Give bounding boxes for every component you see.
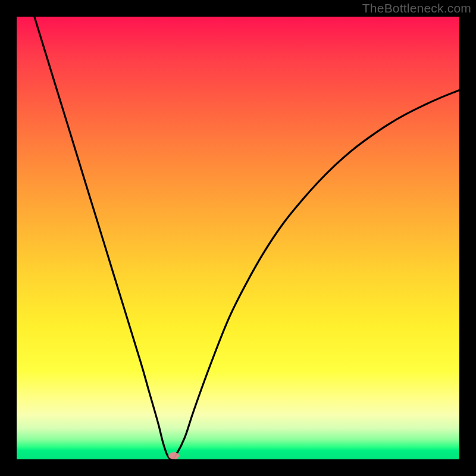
minimum-marker [168, 452, 179, 459]
chart-container: TheBottleneck.com [0, 0, 476, 476]
plot-area [17, 17, 459, 459]
curve-layer [17, 17, 459, 459]
bottleneck-curve [35, 17, 459, 459]
watermark-text: TheBottleneck.com [362, 1, 471, 15]
